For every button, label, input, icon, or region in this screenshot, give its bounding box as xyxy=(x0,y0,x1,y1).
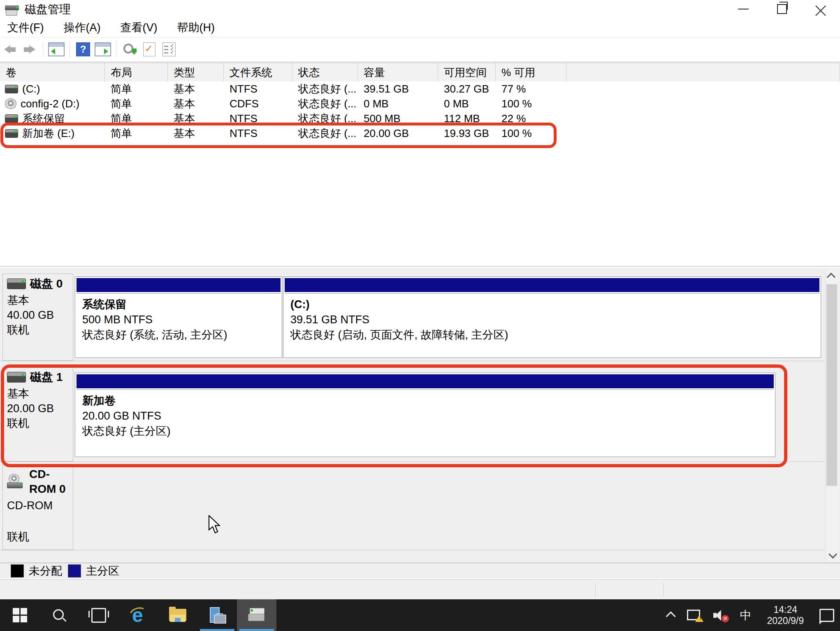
scroll-up-button[interactable] xyxy=(826,269,838,283)
cdrom0-label-panel[interactable]: CD-ROM 0 CD-ROM 联机 xyxy=(2,464,73,550)
volume-type: 基本 xyxy=(168,82,224,96)
toolbar: ? ✓ ✓ ✓ ✓ xyxy=(0,37,840,62)
disk-volume-icon xyxy=(5,114,18,123)
disk-management-icon xyxy=(248,608,265,623)
partition-health: 状态良好 (系统, 活动, 主分区) xyxy=(82,327,275,343)
volume-table-header: 卷 布局 类型 文件系统 状态 容量 可用空间 % 可用 xyxy=(0,63,840,82)
disk-row-divider xyxy=(0,361,825,361)
action-center-button[interactable] xyxy=(814,599,840,631)
disk0-label-panel[interactable]: 磁盘 0 基本 40.00 GB 联机 xyxy=(2,274,73,361)
title-bar: 磁盘管理 xyxy=(0,0,840,18)
menu-action[interactable]: 操作(A) xyxy=(53,18,110,37)
partition-info: 39.51 GB NTFS xyxy=(290,312,814,327)
column-header-free-space[interactable]: 可用空间 xyxy=(438,63,496,82)
volume-capacity: 39.51 GB xyxy=(358,83,438,95)
partition-header-strip xyxy=(77,278,281,292)
clock[interactable]: 14:24 2020/9/9 xyxy=(757,599,814,631)
column-header-capacity[interactable]: 容量 xyxy=(358,63,438,82)
cdrom0-kind: CD-ROM xyxy=(7,498,73,513)
partition-new-volume[interactable]: 新加卷 20.00 GB NTFS 状态良好 (主分区) xyxy=(75,373,775,457)
help-button[interactable]: ? xyxy=(74,39,92,59)
refresh-tool-button[interactable] xyxy=(121,39,139,59)
chevron-down-icon xyxy=(828,550,837,558)
cdrom0-name: CD-ROM 0 xyxy=(29,467,73,496)
column-header-filesystem[interactable]: 文件系统 xyxy=(224,63,292,82)
partition-system-reserved[interactable]: 系统保留 500 MB NTFS 状态良好 (系统, 活动, 主分区) xyxy=(75,276,282,358)
back-icon xyxy=(4,45,16,53)
legend-label: 主分区 xyxy=(86,564,119,578)
volume-free: 0 MB xyxy=(438,97,496,110)
column-header-type[interactable]: 类型 xyxy=(168,63,224,82)
partition-health: 状态良好 (启动, 页面文件, 故障转储, 主分区) xyxy=(290,327,814,343)
start-button[interactable] xyxy=(0,599,39,631)
disk0-size: 40.00 GB xyxy=(7,308,73,322)
running-indicator xyxy=(200,629,234,631)
disk-management-taskbar-button[interactable] xyxy=(237,599,276,631)
ime-indicator[interactable]: 中 xyxy=(734,599,757,631)
disk0-kind: 基本 xyxy=(7,293,73,308)
partition-info: 20.00 GB NTFS xyxy=(82,408,768,424)
column-header-percent-free[interactable]: % 可用 xyxy=(496,63,566,82)
unallocated-swatch xyxy=(11,564,24,578)
partition-header-strip xyxy=(285,278,819,292)
tray-expand-button[interactable] xyxy=(663,599,681,631)
partition-health: 状态良好 (主分区) xyxy=(82,424,768,439)
volume-button[interactable]: ✕ xyxy=(708,599,734,631)
forward-icon xyxy=(24,45,35,53)
scrollbar-thumb[interactable] xyxy=(826,284,837,486)
status-bar-divider xyxy=(595,582,596,597)
volume-fs: NTFS xyxy=(224,127,292,140)
action-pane-icon xyxy=(95,42,111,56)
disk-row-divider xyxy=(0,550,825,550)
primary-partition-swatch xyxy=(68,564,81,578)
vertical-scrollbar[interactable] xyxy=(825,269,838,561)
network-status-button[interactable]: ! xyxy=(681,599,708,631)
menu-help[interactable]: 帮助(H) xyxy=(167,18,224,37)
disk1-label-panel[interactable]: 磁盘 1 基本 20.00 GB 联机 xyxy=(2,367,73,462)
task-view-button[interactable] xyxy=(79,599,118,631)
check-document-button[interactable]: ✓ xyxy=(140,39,158,59)
task-list-button[interactable]: ✓ ✓ ✓ xyxy=(160,39,178,59)
partition-info: 500 MB NTFS xyxy=(82,312,275,327)
volume-status: 状态良好 (... xyxy=(292,111,358,126)
search-icon xyxy=(52,608,66,622)
forward-button[interactable] xyxy=(21,39,39,59)
disk-management-app-icon xyxy=(5,5,19,15)
legend-unallocated: 未分配 xyxy=(11,564,62,578)
volume-row-config2-d[interactable]: config-2 (D:) 简单 基本 CDFS 状态良好 (... 0 MB … xyxy=(0,96,840,111)
menu-view[interactable]: 查看(V) xyxy=(110,18,167,37)
back-button[interactable] xyxy=(1,39,19,59)
close-button[interactable] xyxy=(801,0,840,18)
minimize-button[interactable] xyxy=(724,0,763,18)
disk-volume-icon xyxy=(5,85,18,93)
column-header-volume[interactable]: 卷 xyxy=(0,63,105,82)
minimize-icon xyxy=(738,9,749,9)
volume-row-new-volume-e[interactable]: 新加卷 (E:) 简单 基本 NTFS 状态良好 (... 20.00 GB 1… xyxy=(0,126,840,141)
server-manager-button[interactable] xyxy=(197,599,237,631)
partition-name: (C:) xyxy=(290,297,814,312)
file-explorer-button[interactable] xyxy=(158,599,197,631)
toolbar-separator xyxy=(43,42,43,57)
scroll-down-button[interactable] xyxy=(826,548,838,561)
volume-layout: 简单 xyxy=(105,97,168,111)
restore-button[interactable] xyxy=(763,0,801,18)
search-button[interactable] xyxy=(39,599,79,631)
partition-c[interactable]: (C:) 39.51 GB NTFS 状态良好 (启动, 页面文件, 故障转储,… xyxy=(283,276,821,358)
volume-name: 新加卷 (E:) xyxy=(22,126,74,141)
menu-file[interactable]: 文件(F) xyxy=(0,18,53,37)
action-pane-button[interactable] xyxy=(94,39,112,59)
volume-row-system-reserved[interactable]: 系统保留 简单 基本 NTFS 状态良好 (... 500 MB 112 MB … xyxy=(0,111,840,126)
column-header-status[interactable]: 状态 xyxy=(292,63,358,82)
taskbar: e ! ✕ 中 14:24 2020/9/9 xyxy=(0,599,840,631)
volume-row-c[interactable]: (C:) 简单 基本 NTFS 状态良好 (... 39.51 GB 30.27… xyxy=(0,81,840,96)
server-manager-icon xyxy=(208,607,226,624)
console-tree-button[interactable] xyxy=(47,39,65,59)
file-explorer-icon xyxy=(169,609,186,622)
status-bar-divider xyxy=(664,582,664,597)
internet-explorer-button[interactable]: e xyxy=(118,599,158,631)
action-center-icon xyxy=(819,609,834,622)
disk0-status: 联机 xyxy=(7,322,73,337)
volume-fs: CDFS xyxy=(224,97,292,110)
disk1-status: 联机 xyxy=(7,416,73,431)
column-header-layout[interactable]: 布局 xyxy=(105,63,168,82)
